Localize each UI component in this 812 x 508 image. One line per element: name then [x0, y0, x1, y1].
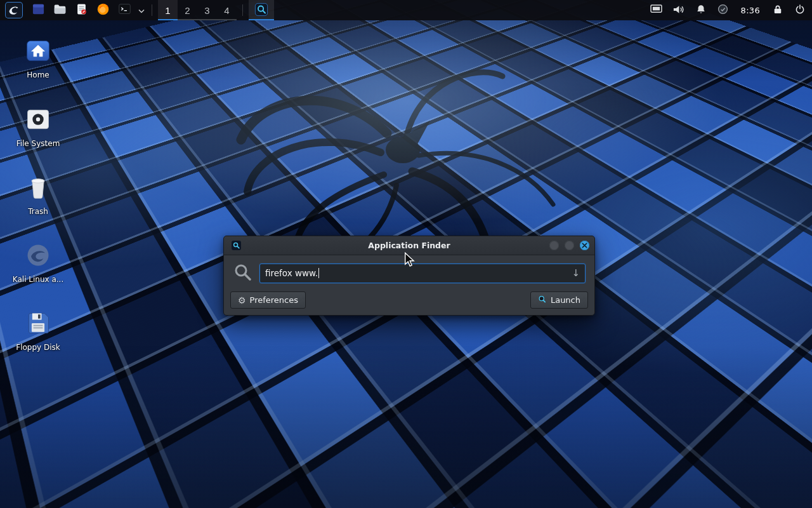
notifications-tray-button[interactable]: [694, 1, 708, 19]
terminal-icon: [118, 3, 131, 18]
desktop-icon-kali-linux[interactable]: Kali Linux a...: [6, 241, 70, 284]
workspace-label: 1: [165, 5, 170, 16]
clock[interactable]: 8:36: [741, 6, 760, 15]
desktop-icon-label: Kali Linux a...: [13, 275, 63, 284]
window-launcher-button[interactable]: [29, 1, 47, 19]
power-icon: [795, 4, 805, 17]
text-caret: [318, 268, 319, 278]
status-icon: [717, 4, 728, 17]
panel-separator: [152, 4, 152, 16]
preferences-button-label: Preferences: [250, 295, 298, 305]
desktop-icon-home[interactable]: Home: [6, 37, 70, 79]
taskbar-item-application-finder[interactable]: [249, 0, 274, 20]
desktop-icon-trash[interactable]: Trash: [6, 173, 70, 216]
display-icon: [650, 4, 662, 16]
floppy-icon: [24, 309, 52, 340]
panel-separator: [242, 4, 243, 16]
launch-button-label: Launch: [551, 295, 580, 305]
workspace-label: 2: [185, 5, 190, 16]
window-title: Application Finder: [224, 241, 594, 250]
launch-icon: [538, 295, 547, 305]
file-manager-launcher-button[interactable]: [51, 1, 69, 19]
kali-disc-icon: [24, 241, 52, 272]
workspace-4[interactable]: 4: [217, 0, 237, 20]
status-tray-button[interactable]: [716, 1, 730, 19]
application-finder-window: Application Finder firefox www. ↓ ⚙: [223, 236, 595, 316]
close-button[interactable]: [580, 241, 589, 250]
applications-menu-button[interactable]: [5, 2, 23, 18]
firefox-icon: [96, 3, 110, 18]
search-input-text: firefox www.: [265, 268, 318, 278]
volume-icon: [672, 4, 684, 17]
appfinder-title-icon: [232, 241, 241, 250]
maximize-button[interactable]: [565, 241, 574, 250]
firefox-launcher-button[interactable]: [94, 1, 112, 19]
terminal-dropdown-button[interactable]: [137, 1, 146, 19]
volume-tray-button[interactable]: [672, 1, 686, 19]
desktop-icon-file-system[interactable]: File System: [6, 105, 70, 148]
terminal-launcher-button[interactable]: [115, 1, 133, 19]
trash-icon: [24, 173, 52, 204]
entry-dropdown-arrow-icon[interactable]: ↓: [568, 269, 580, 278]
close-icon: [582, 241, 587, 250]
desktop-icon-floppy-disk[interactable]: Floppy Disk: [6, 309, 70, 352]
notifications-bell-icon: [696, 4, 706, 17]
kali-menu-icon: [8, 3, 20, 18]
launch-button[interactable]: Launch: [530, 291, 588, 309]
lock-tray-button[interactable]: [771, 1, 785, 19]
minimize-button[interactable]: [549, 241, 559, 250]
search-input[interactable]: firefox www. ↓: [259, 264, 586, 283]
home-icon: [24, 37, 52, 67]
power-tray-button[interactable]: [793, 1, 807, 19]
workspace-label: 4: [224, 5, 229, 16]
file-manager-icon: [53, 3, 67, 18]
workspace-label: 3: [204, 5, 209, 16]
desktop-icon-label: Trash: [28, 207, 48, 216]
workspace-1[interactable]: 1: [158, 0, 178, 20]
file-system-icon: [24, 105, 52, 136]
workspace-3[interactable]: 3: [197, 0, 217, 20]
application-finder-icon: [254, 3, 268, 18]
window-icon: [32, 3, 45, 18]
mouse-cursor: [403, 252, 415, 267]
text-editor-launcher-button[interactable]: [72, 1, 90, 19]
desktop-icon-label: Floppy Disk: [16, 343, 60, 352]
desktop-icon-label: File System: [16, 139, 60, 148]
preferences-button[interactable]: ⚙ Preferences: [230, 291, 306, 309]
gear-icon: ⚙: [238, 296, 246, 305]
search-icon: [233, 262, 252, 284]
desktop-icon-label: Home: [27, 70, 49, 79]
display-tray-button[interactable]: [650, 1, 664, 19]
text-editor-icon: [75, 3, 88, 18]
lock-icon: [773, 4, 782, 17]
top-panel: 1 2 3 4: [0, 0, 812, 20]
workspace-2[interactable]: 2: [178, 0, 197, 20]
chevron-down-icon: [138, 6, 145, 15]
